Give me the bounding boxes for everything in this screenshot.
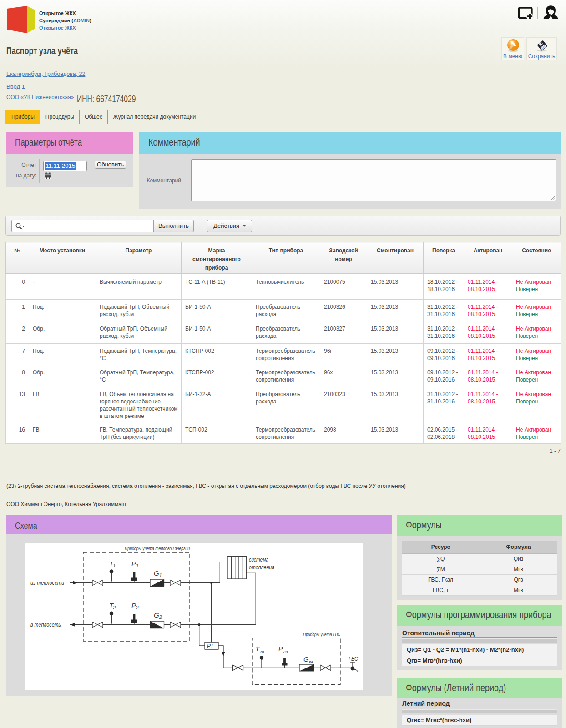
svg-text:2: 2 — [159, 615, 162, 620]
svg-text:ГВС: ГВС — [349, 655, 359, 662]
svg-text:из теплосети: из теплосети — [30, 579, 64, 586]
svg-text:система: система — [249, 556, 268, 563]
svg-text:G: G — [303, 655, 309, 663]
svg-text:2: 2 — [113, 605, 116, 610]
svg-text:P: P — [278, 645, 283, 653]
svg-text:Приборы учета ГВС: Приборы учета ГВС — [303, 632, 340, 637]
svg-text:1: 1 — [136, 563, 139, 568]
svg-text:гв: гв — [309, 660, 313, 664]
svg-text:2: 2 — [136, 605, 139, 610]
svg-text:РТ: РТ — [207, 643, 214, 649]
svg-text:в теплосеть: в теплосеть — [30, 621, 61, 628]
svg-text:Приборы учета тепловой энергии: Приборы учета тепловой энергии — [125, 546, 190, 551]
svg-text:1: 1 — [159, 573, 162, 578]
svg-text:G: G — [154, 569, 159, 577]
svg-text:1: 1 — [113, 563, 116, 568]
svg-text:отопления: отопления — [249, 564, 274, 571]
svg-text:P: P — [131, 560, 136, 567]
svg-text:гв: гв — [260, 649, 264, 654]
svg-text:P: P — [131, 602, 136, 609]
svg-text:G: G — [154, 611, 159, 619]
svg-text:гв: гв — [283, 649, 288, 654]
